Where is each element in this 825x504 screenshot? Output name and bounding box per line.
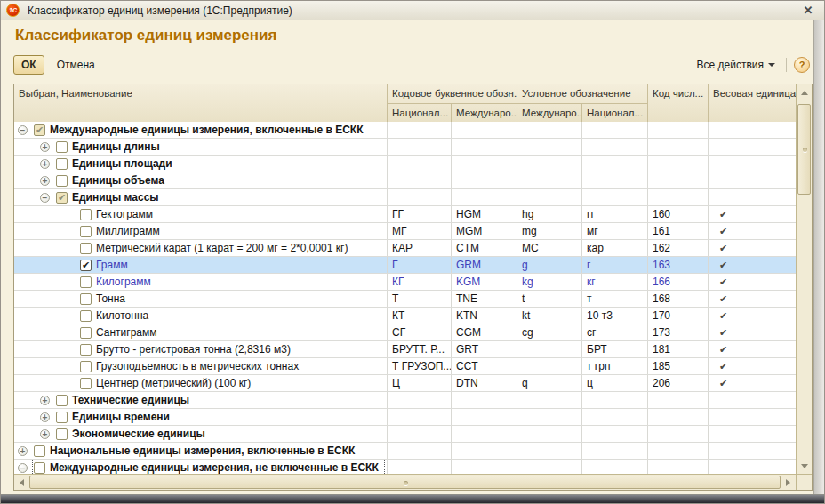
row-checkbox[interactable] [34, 462, 45, 474]
row-checkbox[interactable] [56, 175, 68, 187]
all-actions-button[interactable]: Все действия [693, 57, 779, 73]
row-checkbox[interactable] [80, 378, 92, 389]
expand-icon[interactable]: + [40, 142, 50, 152]
table-row[interactable]: +Единицы времени [14, 409, 796, 426]
cell-numeric-code: 163 [648, 257, 709, 273]
row-checkbox[interactable] [56, 141, 68, 153]
table-row[interactable]: ГектограммГГHGMhgгг160✔ [14, 206, 796, 223]
expand-icon[interactable]: + [18, 446, 28, 456]
unit-name: Экономические единицы [72, 426, 205, 442]
table-row[interactable]: +Технические единицы [14, 392, 796, 409]
row-checkbox[interactable] [56, 428, 68, 440]
expand-icon[interactable]: + [40, 159, 50, 169]
unit-name: Национальные единицы измерения, включенн… [50, 443, 355, 459]
cell-numeric-code [648, 426, 709, 442]
collapse-icon[interactable]: − [40, 193, 50, 203]
weight-check-icon: ✔ [719, 243, 727, 253]
header-symbol-international[interactable]: Междунаро... [517, 103, 582, 122]
header-symbol-national[interactable]: Национал... [582, 103, 648, 122]
row-checkbox[interactable] [80, 209, 92, 220]
toolbar-separator [786, 58, 787, 72]
expand-icon[interactable]: + [40, 396, 50, 405]
scrollbar-corner [796, 474, 812, 490]
row-checkbox[interactable]: ✔ [34, 124, 45, 136]
row-checkbox[interactable]: ✔ [56, 192, 68, 204]
scroll-down-button[interactable] [797, 458, 812, 474]
table-row[interactable]: МиллиграммМГMGMmgмг161✔ [14, 223, 796, 240]
table-row[interactable]: Грузоподъемность в метрических тоннахТ Г… [14, 358, 796, 375]
header-letter-code-national[interactable]: Национал... [388, 103, 452, 122]
unit-name: Технические единицы [72, 392, 189, 408]
table-row[interactable]: ТоннаТTNEtт168✔ [14, 291, 796, 308]
row-checkbox[interactable] [80, 276, 92, 288]
table-row[interactable]: +Единицы объема [14, 172, 796, 189]
cancel-button[interactable]: Отмена [53, 57, 99, 73]
tree-name-cell: −Международные единицы измерения, не вкл… [14, 460, 388, 474]
table-row[interactable]: −Международные единицы измерения, не вкл… [14, 460, 796, 474]
table-row[interactable]: ✔ГраммГGRMgг163✔ [14, 257, 796, 274]
row-checkbox[interactable] [80, 344, 92, 356]
cell-letter-code-national [388, 392, 452, 408]
cell-letter-code-international [452, 443, 517, 459]
row-checkbox[interactable] [56, 158, 68, 170]
row-checkbox[interactable] [80, 226, 92, 237]
header-weight-unit[interactable]: Весовая единица [709, 84, 796, 122]
1c-logo-icon: 1С [6, 4, 20, 17]
table-row[interactable]: Центнер (метрический) (100 кг)ЦDTNqц206✔ [14, 375, 796, 392]
cell-letter-code-national: Г [388, 257, 452, 273]
table-row[interactable]: Метрический карат (1 карат = 200 мг = 2*… [14, 240, 796, 257]
cell-numeric-code: 181 [648, 341, 709, 357]
table-row[interactable]: +Национальные единицы измерения, включен… [14, 443, 796, 460]
table-row[interactable]: +Единицы длины [14, 139, 796, 156]
ok-button[interactable]: ОК [13, 55, 44, 75]
header-selected-name[interactable]: Выбран, Наименование [14, 84, 388, 122]
row-checkbox[interactable] [80, 243, 92, 254]
vertical-scrollbar[interactable] [796, 84, 812, 474]
header-letter-code-international[interactable]: Междунаро... [452, 103, 517, 122]
scroll-left-button[interactable] [14, 475, 29, 490]
vertical-scroll-thumb[interactable] [797, 104, 811, 195]
row-checkbox[interactable] [80, 361, 92, 372]
expand-icon[interactable]: + [40, 412, 50, 422]
table-row[interactable]: СантиграммСГCGMcgсг173✔ [14, 324, 796, 341]
tree-name-cell: −✔Международные единицы измерения, включ… [14, 122, 388, 138]
row-checkbox[interactable] [80, 327, 92, 339]
table-row[interactable]: КилограммКГKGMkgкг166✔ [14, 274, 796, 291]
header-numeric-code[interactable]: Код числ... [648, 84, 709, 122]
table-row[interactable]: Брутто - регистровая тонна (2,8316 м3)БР… [14, 341, 796, 358]
header-symbol-group[interactable]: Условное обозначение [517, 84, 648, 103]
row-checkbox[interactable] [56, 412, 68, 423]
row-checkbox[interactable]: ✔ [80, 260, 92, 271]
row-checkbox[interactable] [80, 293, 92, 305]
expand-icon[interactable]: + [40, 429, 50, 439]
header-letter-code-group[interactable]: Кодовое буквенное обозн... [388, 84, 517, 103]
tree-name-cell: +Единицы длины [14, 139, 388, 155]
row-checkbox[interactable] [34, 445, 45, 457]
expand-icon[interactable]: + [40, 176, 50, 186]
scroll-right-button[interactable] [781, 475, 796, 490]
help-button[interactable]: ? [794, 57, 810, 73]
horizontal-scrollbar[interactable] [14, 474, 796, 490]
table-row[interactable]: −✔Единицы массы [14, 189, 796, 206]
weight-unit-cell [709, 392, 796, 408]
row-checkbox[interactable] [56, 395, 68, 406]
thumb-grip-icon [404, 481, 408, 485]
tree-name-cell: Килограмм [14, 274, 388, 290]
collapse-icon[interactable]: − [18, 125, 28, 135]
row-checkbox[interactable] [80, 310, 92, 322]
scroll-up-button[interactable] [797, 84, 812, 100]
table-row[interactable]: +Экономические единицы [14, 426, 796, 443]
cell-letter-code-international [452, 392, 517, 408]
cell-letter-code-international [452, 189, 517, 205]
weight-check-icon: ✔ [719, 260, 727, 270]
horizontal-scroll-thumb[interactable] [29, 476, 781, 489]
table-row[interactable]: −✔Международные единицы измерения, включ… [14, 122, 796, 139]
cell-symbol-national [582, 156, 648, 172]
collapse-icon[interactable]: − [18, 463, 28, 473]
unit-name: Гектограмм [96, 206, 153, 222]
table-row[interactable]: +Единицы площади [14, 156, 796, 172]
cell-letter-code-international [452, 172, 517, 188]
table-row[interactable]: КилотоннаКТKTNkt10 т3170✔ [14, 308, 796, 324]
close-icon[interactable]: ✕ [801, 4, 815, 18]
unit-name: Килотонна [96, 308, 148, 324]
